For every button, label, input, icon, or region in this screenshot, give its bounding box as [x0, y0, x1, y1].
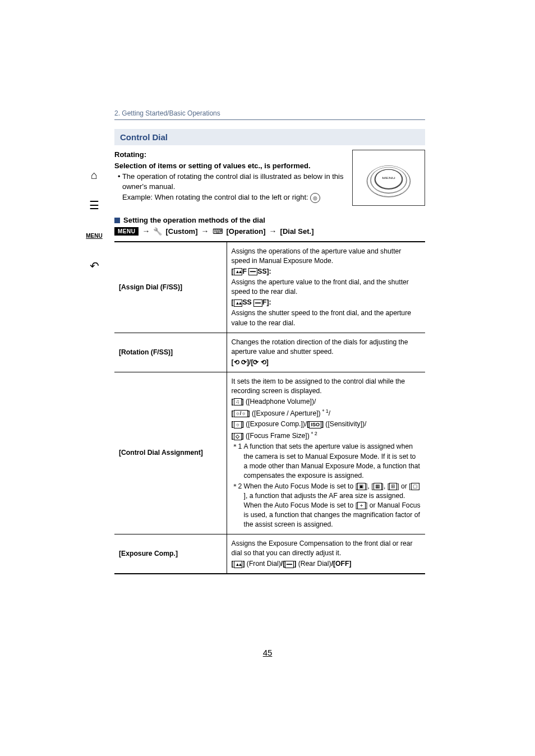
exposure-comp-icon: ☼: [234, 421, 242, 428]
arrow-icon: →: [142, 227, 150, 236]
setting-label: [Assign Dial (F/SS)]: [114, 242, 227, 333]
footnote-marker: ＊1: [232, 442, 244, 480]
chapter-label: 2. Getting Started/Basic Operations: [114, 109, 425, 120]
control-dial-inline-icon: ◎: [310, 193, 320, 203]
arrow-icon: →: [269, 227, 277, 236]
setting-line: ＊1A function that sets the aperture valu…: [232, 442, 421, 480]
setting-desc: Assigns the operations of the aperture v…: [227, 242, 425, 333]
iso-icon: ISO: [309, 421, 321, 428]
setting-label: [Exposure Comp.]: [114, 534, 227, 574]
setting-line: ＊2When the Auto Focus Mode is set to [▣]…: [232, 482, 421, 529]
menu-dial-set: [Dial Set.]: [280, 227, 314, 236]
subsection-title: Setting the operation methods of the dia…: [123, 216, 265, 224]
af-mode-icon: ▢: [411, 483, 419, 490]
section-title: Control Dial: [114, 129, 425, 145]
dial-settings-table: [Assign Dial (F/SS)]Assigns the operatio…: [114, 241, 425, 574]
setting-desc: Changes the rotation direction of the di…: [227, 333, 425, 372]
option-icon: ♫: [234, 398, 242, 405]
setting-line: [SS F]:: [232, 298, 421, 307]
page-number[interactable]: 45: [0, 648, 535, 657]
menu-custom: [Custom]: [165, 227, 197, 236]
setting-line: [◇] ([Focus Frame Size])＊2: [232, 430, 421, 441]
menu-icon[interactable]: MENU: [85, 227, 103, 245]
rotating-example-prefix: Example: When rotating the control dial …: [122, 193, 308, 201]
option-icon: ☼/☼: [234, 410, 248, 417]
setting-line: Assigns the Exposure Compensation to the…: [232, 539, 421, 558]
menu-operation: [Operation]: [227, 227, 266, 236]
setting-line: [☼] ([Exposure Comp.])/[ISO] ([Sensitivi…: [232, 420, 421, 429]
rear-dial-icon: [285, 561, 294, 568]
arrow-icon: →: [201, 227, 209, 236]
rotating-desc: Selection of items or setting of values …: [114, 161, 348, 171]
rear-dial-icon: [253, 299, 262, 307]
af-mode-icon: ▦: [373, 483, 382, 490]
menu-badge: MENU: [114, 227, 139, 236]
front-dial-icon: [234, 268, 243, 275]
setting-line: [♫] ([Headphone Volume])/: [232, 397, 421, 407]
setting-line: Assigns the shutter speed to the front d…: [232, 308, 421, 328]
table-row: [Exposure Comp.]Assigns the Exposure Com…: [114, 534, 425, 574]
home-icon[interactable]: ⌂: [85, 166, 103, 184]
front-dial-icon: [234, 561, 243, 568]
rear-dial-icon: [248, 268, 257, 275]
table-row: [Assign Dial (F/SS)]Assigns the operatio…: [114, 242, 425, 333]
setting-line: It sets the item to be assigned to the c…: [232, 377, 421, 396]
rotating-label: Rotating:: [114, 150, 348, 160]
setting-label: [Control Dial Assignment]: [114, 372, 227, 534]
setting-desc: It sets the item to be assigned to the c…: [227, 372, 425, 534]
rotating-bullet: • The operation of rotating the control …: [114, 172, 348, 191]
subsection-marker-icon: [114, 218, 120, 223]
menu-path: MENU → [Custom] → [Operation] → [Dial Se…: [114, 227, 425, 236]
toc-icon[interactable]: ☰: [85, 196, 103, 214]
table-row: [Rotation (F/SS)]Changes the rotation di…: [114, 333, 425, 372]
control-dial-illustration: MENU: [352, 150, 425, 206]
option-icon: ◇: [234, 433, 242, 440]
back-icon[interactable]: ↶: [85, 257, 103, 275]
footnote-marker: ＊2: [232, 482, 244, 529]
setting-line: [☼/☼] ([Exposure / Aperture])＊1/: [232, 408, 421, 418]
operation-icon: [213, 227, 223, 236]
custom-icon: [153, 227, 162, 236]
setting-desc: Assigns the Exposure Compensation to the…: [227, 534, 425, 574]
setting-label: [Rotation (F/SS)]: [114, 333, 227, 372]
footnote-text: A function that sets the aperture value …: [244, 442, 421, 480]
af-mode-icon: ＋: [357, 502, 366, 509]
setting-line: [⟲ ⟳]/[⟳ ⟲]: [232, 358, 421, 367]
setting-line: Assigns the aperture value to the front …: [232, 278, 421, 297]
footnote-text: When the Auto Focus Mode is set to [▣], …: [244, 482, 421, 529]
af-mode-icon: ⊞: [389, 483, 397, 490]
setting-line: [] (Front Dial)/[] (Rear Dial)/[OFF]: [232, 559, 421, 569]
setting-line: Changes the rotation direction of the di…: [232, 338, 421, 357]
table-row: [Control Dial Assignment]It sets the ite…: [114, 372, 425, 534]
setting-line: Assigns the operations of the aperture v…: [232, 247, 421, 266]
setting-line: [F SS]:: [232, 267, 421, 276]
front-dial-icon: [234, 299, 243, 307]
af-mode-icon: ▣: [357, 483, 366, 490]
